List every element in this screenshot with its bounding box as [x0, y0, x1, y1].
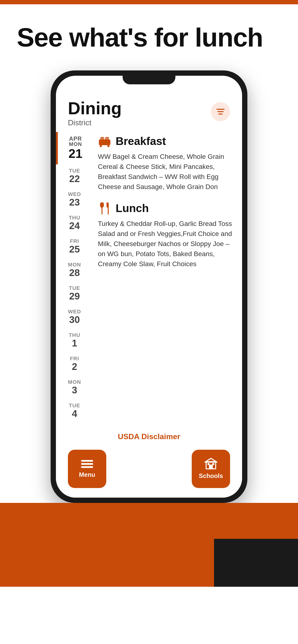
- calendar-day-thu1[interactable]: THU 1: [56, 329, 93, 352]
- cal-date-22: 22: [69, 174, 80, 184]
- screen-inner: Dining District: [56, 76, 242, 498]
- cal-dow-tue29: TUE: [69, 286, 80, 291]
- lunch-icon: [98, 202, 111, 215]
- cal-date-21: 21: [69, 147, 83, 160]
- filter-line-2: [217, 111, 224, 112]
- lunch-header: Lunch: [98, 202, 232, 215]
- cal-dow-thu1: THU: [69, 332, 80, 338]
- bottom-black-accent: [214, 539, 298, 587]
- status-bar: [0, 0, 298, 4]
- cal-dow-apr: Apr: [69, 136, 82, 142]
- svg-rect-10: [81, 460, 93, 462]
- cal-day-label-mon21: MON: [69, 142, 82, 147]
- cal-date-28: 28: [69, 268, 80, 278]
- cal-dow-wed30: WED: [68, 309, 81, 314]
- cal-date-3: 3: [72, 385, 77, 395]
- cal-date-23: 23: [69, 197, 80, 208]
- schools-button-label: Schools: [199, 472, 223, 480]
- calendar-day-thu24[interactable]: THU 24: [56, 211, 93, 235]
- calendar-day-fri2[interactable]: FRI 2: [56, 352, 93, 376]
- phone-screen: Dining District: [56, 76, 242, 498]
- lunch-section: Lunch Turkey & Cheddar Roll-up, Garlic B…: [98, 202, 232, 269]
- calendar-day-apr21[interactable]: Apr MON 21: [56, 132, 93, 164]
- cal-dow-mon3: MON: [68, 380, 81, 385]
- svg-rect-0: [99, 140, 110, 145]
- svg-rect-16: [208, 463, 209, 465]
- calendar-day-tue29[interactable]: TUE 29: [56, 282, 93, 305]
- page-headline: See what's for lunch: [17, 24, 281, 51]
- app-title: Dining: [68, 100, 122, 117]
- phone-mockup: Dining District: [17, 70, 281, 503]
- menu-button-label: Menu: [79, 471, 95, 478]
- svg-rect-6: [105, 138, 109, 140]
- cal-dow-tue22: TUE: [69, 168, 80, 174]
- menu-button[interactable]: Menu: [68, 450, 106, 488]
- cal-dow-fri25: FRI: [70, 238, 79, 244]
- svg-rect-3: [100, 145, 102, 147]
- phone-notch: [123, 76, 175, 84]
- cal-date-25: 25: [69, 244, 80, 254]
- svg-rect-5: [100, 138, 104, 140]
- calendar-column: Apr MON 21 TUE 22 WED 23: [56, 132, 93, 422]
- cal-dow-mon28: MON: [68, 262, 81, 268]
- cal-dow-wed23: WED: [68, 192, 81, 197]
- svg-rect-17: [212, 463, 214, 465]
- calendar-day-tue22[interactable]: TUE 22: [56, 164, 93, 188]
- calendar-day-mon3[interactable]: MON 3: [56, 376, 93, 399]
- breakfast-description: WW Bagel & Cream Cheese, Whole Grain Cer…: [98, 152, 232, 192]
- cal-date-1: 1: [72, 338, 77, 348]
- svg-rect-15: [209, 464, 213, 469]
- lunch-description: Turkey & Cheddar Roll-up, Garlic Bread T…: [98, 219, 232, 269]
- filter-icon: [216, 109, 225, 114]
- breakfast-icon: [98, 134, 111, 148]
- svg-rect-11: [81, 463, 93, 465]
- svg-rect-12: [81, 466, 93, 468]
- usda-disclaimer-link[interactable]: USDA Disclaimer: [118, 432, 180, 441]
- svg-rect-9: [106, 202, 107, 207]
- app-subtitle: District: [68, 118, 122, 127]
- bottom-orange-section: [0, 503, 298, 587]
- meal-content-column: Breakfast WW Bagel & Cream Cheese, Whole…: [93, 132, 242, 422]
- calendar-day-fri25[interactable]: FRI 25: [56, 235, 93, 258]
- cal-date-4: 4: [72, 408, 77, 419]
- breakfast-section: Breakfast WW Bagel & Cream Cheese, Whole…: [98, 134, 232, 192]
- schools-button[interactable]: Schools: [192, 450, 230, 488]
- svg-rect-4: [107, 145, 109, 147]
- breakfast-header: Breakfast: [98, 134, 232, 148]
- breakfast-title: Breakfast: [116, 135, 166, 148]
- calendar-content-area: Apr MON 21 TUE 22 WED 23: [56, 132, 242, 422]
- cal-date-30: 30: [69, 314, 80, 325]
- app-title-group: Dining District: [68, 100, 122, 127]
- lunch-title: Lunch: [116, 202, 149, 215]
- filter-button[interactable]: [211, 102, 230, 121]
- cal-date-24: 24: [69, 220, 80, 231]
- filter-line-3: [218, 114, 223, 114]
- cal-dow-fri2: FRI: [70, 356, 79, 361]
- page-background: See what's for lunch Dining District: [0, 4, 298, 503]
- cal-date-2: 2: [72, 361, 77, 372]
- calendar-day-mon28[interactable]: MON 28: [56, 258, 93, 282]
- cal-dow-tue4: TUE: [69, 403, 80, 408]
- cal-date-29: 29: [69, 291, 80, 302]
- calendar-day-tue4[interactable]: TUE 4: [56, 399, 93, 422]
- calendar-day-wed23[interactable]: WED 23: [56, 188, 93, 211]
- cal-dow-thu24: THU: [69, 215, 80, 220]
- filter-line-1: [216, 109, 225, 110]
- phone-frame: Dining District: [51, 70, 247, 503]
- bottom-navigation: Menu: [56, 445, 242, 498]
- app-header: Dining District: [56, 92, 242, 132]
- calendar-day-wed30[interactable]: WED 30: [56, 305, 93, 329]
